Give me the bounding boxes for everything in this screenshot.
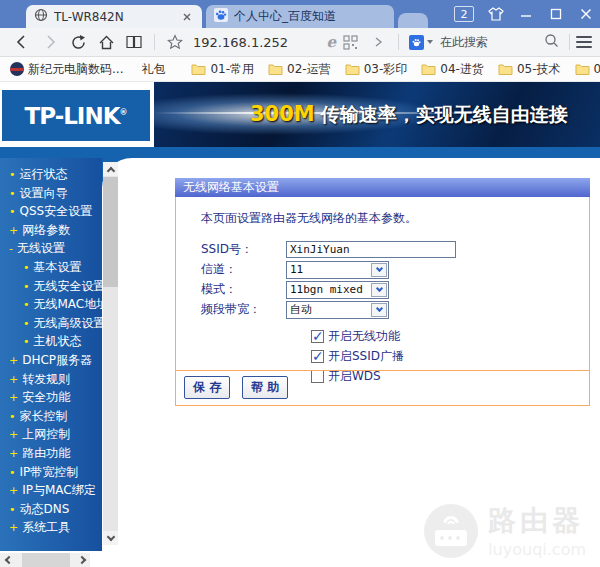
browser-toolbar: 192.168.1.252 e 在此搜索 (0, 28, 600, 57)
select-dropdown-icon[interactable] (371, 283, 387, 297)
tab-count-badge[interactable]: 2 (454, 6, 474, 22)
folder-icon (268, 63, 283, 75)
bandwidth-select[interactable]: 自动 (286, 301, 389, 319)
watermark: 路由器 luyouqi.com (424, 502, 586, 559)
maximize-button[interactable] (548, 6, 564, 22)
sidebar-item-network-params[interactable]: +网络参数 (0, 221, 102, 240)
tab-title: 个人中心_百度知道 (234, 8, 386, 25)
tab-close-icon[interactable] (180, 10, 194, 24)
close-button[interactable] (578, 6, 594, 22)
extensions-chevron-icon[interactable] (366, 31, 390, 53)
field-label: SSID号： (201, 241, 286, 258)
watermark-subtitle: luyouqi.com (488, 540, 586, 559)
scroll-right-icon[interactable] (76, 553, 90, 567)
sidebar-item-internet-access-control[interactable]: +上网控制 (0, 425, 102, 444)
panel-description: 本页面设置路由器无线网络的基本参数。 (176, 197, 589, 227)
bookmark-folder[interactable]: 03-彩印 (345, 61, 408, 78)
qr-code-icon[interactable] (338, 31, 362, 53)
sidebar-item-security-functions[interactable]: +安全功能 (0, 388, 102, 407)
router-page: 无线网络基本设置 本页面设置路由器无线网络的基本参数。 SSID号： XinJi… (0, 158, 600, 567)
baidu-engine-icon[interactable] (409, 35, 424, 50)
form-row-bandwidth: 频段带宽： 自动 (201, 300, 589, 319)
scroll-left-icon[interactable] (0, 553, 14, 567)
sidebar-item-wireless-mac-filter[interactable]: •无线MAC地址过滤 (0, 295, 102, 314)
sidebar-item-setup-wizard[interactable]: •设置向导 (0, 184, 102, 203)
channel-select[interactable]: 11 (286, 261, 389, 279)
menu-hamburger-icon[interactable] (576, 36, 592, 48)
sidebar-item-host-status[interactable]: •主机状态 (0, 332, 102, 351)
tplink-logo: TP-LINK® (2, 90, 150, 141)
bookmark-folder[interactable]: 06-设计 (575, 61, 600, 78)
bookmark-folder[interactable]: 01-常用 (191, 61, 254, 78)
sidebar-item-running-status[interactable]: •运行状态 (0, 165, 102, 184)
new-tab-button[interactable] (398, 13, 428, 28)
sidebar-horizontal-scrollbar[interactable] (0, 553, 90, 567)
back-icon[interactable] (10, 31, 34, 53)
ssid-input[interactable]: XinJiYuan (286, 241, 456, 258)
bookmark-item[interactable]: 新纪元电脑数码... (10, 61, 123, 78)
main-content: 无线网络基本设置 本页面设置路由器无线网络的基本参数。 SSID号： XinJi… (102, 158, 600, 567)
bookmark-folder[interactable]: 04-进货 (421, 61, 484, 78)
toolbar-divider (398, 34, 399, 50)
home-icon[interactable] (94, 31, 118, 53)
enable-ssid-broadcast-checkbox[interactable] (311, 350, 324, 363)
checkbox-label: 开启SSID广播 (328, 348, 404, 365)
sidebar-item-ip-mac-binding[interactable]: +IP与MAC绑定 (0, 481, 102, 500)
save-button[interactable]: 保 存 (184, 376, 230, 399)
bookmark-item[interactable]: 礼包 (137, 61, 165, 78)
checkbox-row: 开启无线功能 (311, 326, 589, 346)
folder-icon (345, 63, 360, 75)
toolbar-divider (569, 34, 570, 50)
sidebar-item-basic-settings[interactable]: •基本设置 (0, 258, 102, 277)
settings-panel: 无线网络基本设置 本页面设置路由器无线网络的基本参数。 SSID号： XinJi… (175, 178, 590, 406)
bookmark-folder[interactable]: 02-运营 (268, 61, 331, 78)
sidebar-item-wireless-settings[interactable]: -无线设置 (0, 239, 102, 258)
minimize-button[interactable] (518, 6, 534, 22)
vertical-scroll-thumb[interactable] (103, 177, 118, 287)
skin-wardrobe-icon[interactable] (488, 6, 504, 22)
reading-mode-icon[interactable] (122, 31, 146, 53)
browser-tab-active[interactable]: TL-WR842N (26, 5, 202, 28)
sidebar-item-parental-control[interactable]: •家长控制 (0, 407, 102, 426)
wireless-form: SSID号： XinJiYuan 信道： 11 模式： 11bgn mixe (176, 240, 589, 386)
address-bar[interactable]: 192.168.1.252 (193, 35, 326, 50)
checkbox-row: 开启SSID广播 (311, 346, 589, 366)
search-box[interactable]: 在此搜索 (409, 33, 559, 52)
scroll-up-icon[interactable] (103, 162, 118, 176)
sidebar-item-wireless-security[interactable]: •无线安全设置 (0, 277, 102, 296)
sidebar-item-routing-function[interactable]: +路由功能 (0, 444, 102, 463)
mode-select[interactable]: 11bgn mixed (286, 281, 389, 299)
site-favicon-icon (10, 62, 24, 76)
engine-dropdown-caret-icon[interactable] (427, 40, 433, 44)
bookmark-folder[interactable]: 05-技术 (498, 61, 561, 78)
folder-icon (191, 63, 206, 75)
sidebar-item-dhcp-server[interactable]: +DHCP服务器 (0, 351, 102, 370)
form-row-mode: 模式： 11bgn mixed (201, 280, 589, 299)
banner-slogan: 300M传输速率，实现无线自由连接 (250, 102, 568, 128)
select-dropdown-icon[interactable] (371, 303, 387, 317)
help-button[interactable]: 帮 助 (242, 376, 288, 399)
favorite-star-icon[interactable] (163, 31, 187, 53)
sidebar-item-system-tools[interactable]: +系统工具 (0, 518, 102, 537)
horizontal-scroll-thumb[interactable] (22, 553, 70, 567)
form-row-channel: 信道： 11 (201, 260, 589, 279)
sidebar-item-dynamic-dns[interactable]: •动态DNS (0, 500, 102, 519)
enable-wireless-checkbox[interactable] (311, 330, 324, 343)
forward-icon[interactable] (38, 31, 62, 53)
sidebar-vertical-scrollbar[interactable] (103, 162, 118, 545)
sidebar-item-ip-bandwidth-control[interactable]: •IP带宽控制 (0, 463, 102, 482)
scroll-down-icon[interactable] (103, 531, 118, 545)
sidebar-item-forwarding-rules[interactable]: +转发规则 (0, 370, 102, 389)
refresh-icon[interactable] (66, 31, 90, 53)
search-input[interactable]: 在此搜索 (440, 34, 544, 51)
sidebar-item-qss-security[interactable]: •QSS安全设置 (0, 202, 102, 221)
checkbox-label: 开启无线功能 (328, 328, 400, 345)
ie-compat-icon[interactable]: e (326, 33, 336, 51)
sidebar-item-wireless-advanced[interactable]: •无线高级设置 (0, 314, 102, 333)
globe-icon (34, 8, 48, 25)
tab-title: TL-WR842N (54, 10, 180, 24)
search-magnifier-icon[interactable] (544, 33, 559, 52)
header-strip (0, 147, 600, 158)
select-dropdown-icon[interactable] (371, 263, 387, 277)
browser-tab-inactive[interactable]: 个人中心_百度知道 (206, 5, 394, 28)
